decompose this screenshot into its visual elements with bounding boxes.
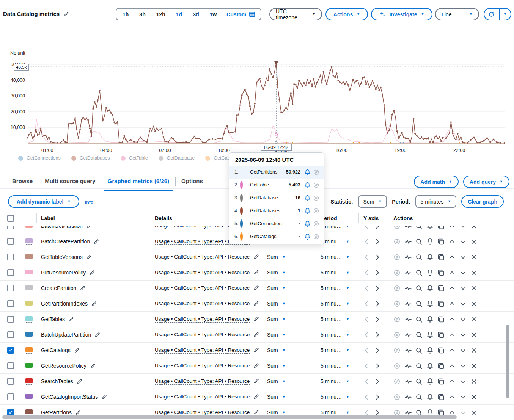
remove-metric-button[interactable]	[470, 269, 478, 276]
chevron-down-icon[interactable]: ▼	[346, 318, 349, 321]
anomaly-detection-button[interactable]	[404, 238, 412, 245]
create-alarm-button[interactable]	[426, 362, 434, 370]
row-checkbox[interactable]	[7, 393, 14, 400]
y-axis-right-button[interactable]	[374, 316, 381, 323]
create-alarm-bell-icon[interactable]	[304, 182, 311, 188]
remove-metric-button[interactable]	[470, 393, 478, 401]
remove-metric-button[interactable]	[470, 238, 478, 245]
create-alarm-button[interactable]	[426, 300, 434, 307]
edit-details-pencil-icon[interactable]	[253, 378, 260, 385]
create-alarm-bell-icon[interactable]	[304, 221, 311, 227]
info-link[interactable]: Info	[85, 200, 93, 205]
row-details[interactable]: Usage • CallCount • Type: API • Resource…	[155, 254, 250, 260]
edit-label-pencil-icon[interactable]	[89, 270, 96, 276]
move-up-button[interactable]	[448, 393, 456, 401]
anomaly-detection-button[interactable]	[404, 269, 412, 276]
create-alarm-button[interactable]	[426, 409, 434, 416]
chevron-down-icon[interactable]: ▼	[346, 255, 349, 259]
edit-label-pencil-icon[interactable]	[68, 316, 75, 323]
row-details[interactable]: Usage • CallCount • Type: API • Resource…	[155, 378, 250, 385]
edit-label-pencil-icon[interactable]	[86, 226, 93, 229]
anomaly-detection-button[interactable]	[404, 393, 412, 401]
row-color-swatch[interactable]	[21, 394, 36, 400]
edit-label-pencil-icon[interactable]	[94, 332, 101, 338]
tab-multi-source-query[interactable]: Multi source query	[39, 175, 101, 187]
y-axis-right-button[interactable]	[374, 393, 381, 401]
anomaly-detection-button[interactable]	[404, 254, 412, 261]
row-color-swatch[interactable]	[21, 409, 36, 416]
row-details[interactable]: Usage • CallCount • Type: API • Resource…	[155, 347, 250, 354]
statistic-select[interactable]: Sum ▼	[358, 195, 387, 208]
zoom-to-metric-button[interactable]	[415, 347, 423, 354]
add-dynamic-label-button[interactable]: Add dynamic label ▼	[8, 195, 79, 208]
move-down-button[interactable]	[459, 378, 467, 385]
y-axis-right-button[interactable]	[374, 300, 381, 307]
row-color-swatch[interactable]	[21, 301, 36, 307]
row-color-swatch[interactable]	[21, 254, 36, 260]
move-up-button[interactable]	[448, 254, 456, 261]
create-alarm-bell-icon[interactable]	[304, 208, 311, 214]
y-axis-left-button[interactable]	[363, 362, 370, 370]
horizontal-scrollbar[interactable]	[2, 415, 457, 419]
duplicate-button[interactable]	[437, 393, 445, 401]
investigate-compass-button[interactable]	[393, 269, 401, 276]
row-details[interactable]: Usage • CallCount • Type: API • Resource…	[155, 394, 250, 400]
move-down-button[interactable]	[459, 300, 467, 307]
row-details[interactable]: Usage • CallCount • Type: API • Resource…	[155, 285, 250, 291]
move-up-button[interactable]	[448, 331, 456, 339]
anomaly-detection-button[interactable]	[404, 300, 412, 307]
move-up-button[interactable]	[448, 362, 456, 370]
edit-label-pencil-icon[interactable]	[91, 301, 97, 307]
row-color-swatch[interactable]	[21, 363, 36, 369]
duplicate-button[interactable]	[437, 226, 445, 230]
row-details[interactable]: Usage • CallCount • Type: API • Resource…	[155, 332, 250, 338]
chevron-down-icon[interactable]: ▼	[282, 333, 286, 337]
remove-metric-button[interactable]	[470, 347, 478, 354]
move-up-button[interactable]	[448, 378, 456, 385]
remove-metric-button[interactable]	[470, 331, 478, 339]
edit-details-pencil-icon[interactable]	[253, 316, 260, 323]
chevron-down-icon[interactable]: ▼	[346, 364, 349, 368]
y-axis-left-button[interactable]	[363, 300, 370, 307]
chevron-down-icon[interactable]: ▼	[282, 255, 286, 259]
select-all-checkbox[interactable]	[7, 215, 14, 222]
move-up-button[interactable]	[448, 269, 456, 276]
move-down-button[interactable]	[459, 409, 467, 416]
zoom-to-metric-button[interactable]	[415, 393, 423, 401]
duplicate-button[interactable]	[437, 238, 445, 245]
chevron-down-icon[interactable]: ▼	[346, 411, 349, 414]
investigate-compass-button[interactable]	[393, 238, 401, 245]
anomaly-detection-button[interactable]	[404, 226, 412, 230]
zoom-to-metric-button[interactable]	[415, 285, 423, 292]
zoom-to-metric-button[interactable]	[415, 254, 423, 261]
create-alarm-button[interactable]	[426, 226, 434, 230]
chevron-down-icon[interactable]: ▼	[282, 395, 286, 399]
edit-label-pencil-icon[interactable]	[80, 285, 86, 291]
row-checkbox[interactable]	[7, 285, 14, 291]
y-axis-left-button[interactable]	[363, 378, 370, 385]
investigate-compass-button[interactable]	[393, 254, 401, 261]
duplicate-button[interactable]	[437, 409, 445, 416]
legend-item-GetTable[interactable]: GetTable	[121, 155, 148, 161]
create-alarm-bell-icon[interactable]	[304, 169, 311, 176]
edit-label-pencil-icon[interactable]	[74, 347, 80, 354]
duplicate-button[interactable]	[437, 269, 445, 276]
zoom-to-metric-button[interactable]	[415, 362, 423, 370]
create-alarm-button[interactable]	[426, 285, 434, 292]
edit-details-pencil-icon[interactable]	[253, 394, 260, 400]
chevron-down-icon[interactable]: ▼	[346, 287, 349, 290]
zoom-to-metric-button[interactable]	[415, 316, 423, 323]
remove-metric-button[interactable]	[470, 316, 478, 323]
y-axis-right-button[interactable]	[374, 269, 381, 276]
y-axis-right-button[interactable]	[374, 226, 381, 230]
remove-metric-button[interactable]	[470, 254, 478, 261]
create-alarm-button[interactable]	[426, 331, 434, 339]
row-color-swatch[interactable]	[21, 378, 36, 385]
move-down-button[interactable]	[459, 254, 467, 261]
row-color-swatch[interactable]	[21, 332, 36, 338]
y-axis-right-button[interactable]	[374, 254, 381, 261]
remove-metric-button[interactable]	[470, 226, 478, 230]
chevron-down-icon[interactable]: ▼	[346, 271, 349, 274]
zoom-to-metric-button[interactable]	[415, 269, 423, 276]
chevron-down-icon[interactable]: ▼	[346, 240, 349, 243]
